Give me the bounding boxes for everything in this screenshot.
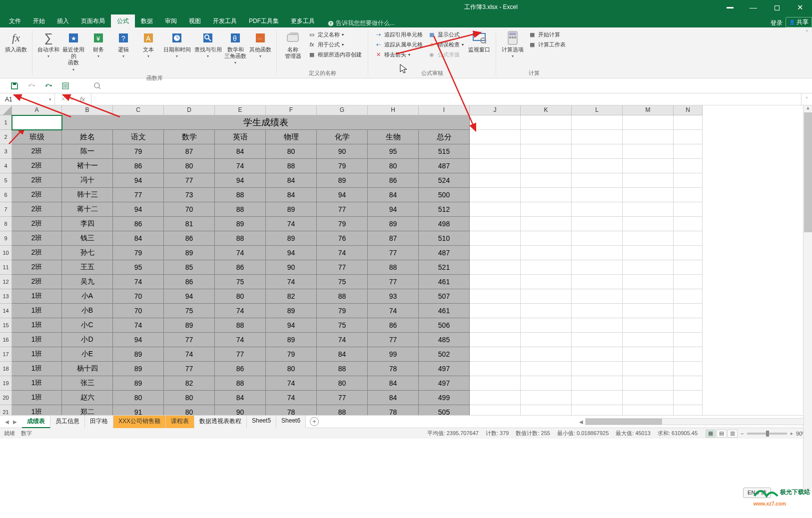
watch-window-button[interactable]: 监视窗口 bbox=[467, 29, 492, 54]
cell-blank[interactable] bbox=[470, 347, 521, 362]
cell-blank[interactable] bbox=[674, 202, 703, 217]
column-header-M[interactable]: M bbox=[623, 105, 674, 115]
minimize-button[interactable]: — bbox=[746, 3, 761, 11]
row-header-13[interactable]: 13 bbox=[0, 289, 12, 304]
cell-blank[interactable] bbox=[521, 130, 572, 144]
row-header-1[interactable]: 1 bbox=[0, 115, 12, 130]
ribbon-tab-插入[interactable]: 插入 bbox=[51, 14, 75, 27]
table-cell[interactable]: 75 bbox=[164, 304, 215, 318]
cell-blank[interactable] bbox=[674, 130, 703, 144]
table-cell[interactable]: 498 bbox=[419, 217, 470, 231]
table-cell[interactable]: 77 bbox=[368, 246, 419, 260]
ribbon-tab-开始[interactable]: 开始 bbox=[27, 14, 51, 27]
cell-blank[interactable] bbox=[623, 202, 674, 217]
table-cell[interactable]: 80 bbox=[266, 144, 317, 159]
spreadsheet-grid[interactable]: ABCDEFGHIJKLMN 1234567891011121314151617… bbox=[0, 105, 812, 415]
table-cell[interactable]: 84 bbox=[368, 391, 419, 405]
ribbon-tab-PDF工具集[interactable]: PDF工具集 bbox=[243, 14, 285, 27]
zoom-out-button[interactable]: − bbox=[741, 431, 744, 437]
cell-blank[interactable] bbox=[521, 202, 572, 217]
calc-options-button[interactable]: 计算选项▾ bbox=[500, 29, 525, 59]
table-cell[interactable]: 94 bbox=[266, 318, 317, 333]
table-cell[interactable]: 88 bbox=[317, 289, 368, 304]
table-cell[interactable]: 2班 bbox=[12, 159, 62, 173]
table-cell[interactable]: 85 bbox=[164, 260, 215, 275]
row-header-15[interactable]: 15 bbox=[0, 318, 12, 333]
table-cell[interactable]: 88 bbox=[266, 159, 317, 173]
table-header[interactable]: 物理 bbox=[266, 130, 317, 144]
ribbon-tab-公式[interactable]: 公式 bbox=[111, 14, 135, 27]
table-cell[interactable]: 1班 bbox=[12, 347, 62, 362]
table-header[interactable]: 数学 bbox=[164, 130, 215, 144]
table-cell[interactable]: 77 bbox=[113, 188, 164, 202]
table-cell[interactable]: 79 bbox=[266, 347, 317, 362]
table-cell[interactable]: 90 bbox=[317, 144, 368, 159]
cell-blank[interactable] bbox=[623, 362, 674, 376]
table-cell[interactable]: 74 bbox=[266, 217, 317, 231]
sheet-tab-成绩表[interactable]: 成绩表 bbox=[22, 415, 50, 428]
table-cell[interactable]: 497 bbox=[419, 362, 470, 376]
table-cell[interactable]: 75 bbox=[317, 275, 368, 289]
table-cell[interactable]: 84 bbox=[113, 231, 164, 246]
cell-blank[interactable] bbox=[572, 217, 623, 231]
table-cell[interactable]: 94 bbox=[317, 188, 368, 202]
table-cell[interactable]: 77 bbox=[368, 333, 419, 347]
table-cell[interactable]: 89 bbox=[266, 231, 317, 246]
ribbon-tab-视图[interactable]: 视图 bbox=[183, 14, 207, 27]
table-cell[interactable]: 506 bbox=[419, 318, 470, 333]
table-cell[interactable]: 86 bbox=[113, 217, 164, 231]
table-cell[interactable]: 74 bbox=[266, 391, 317, 405]
expand-formula-bar[interactable]: ˅ bbox=[801, 93, 812, 105]
table-cell[interactable]: 524 bbox=[419, 173, 470, 188]
table-cell[interactable]: 74 bbox=[266, 275, 317, 289]
cell-blank[interactable] bbox=[572, 173, 623, 188]
table-cell[interactable]: 1班 bbox=[12, 391, 62, 405]
cell-blank[interactable] bbox=[470, 231, 521, 246]
zoom-in-button[interactable]: + bbox=[790, 431, 793, 437]
zoom-slider[interactable] bbox=[747, 433, 787, 435]
table-cell[interactable]: 93 bbox=[368, 289, 419, 304]
table-cell[interactable]: 小C bbox=[62, 318, 113, 333]
column-header-L[interactable]: L bbox=[572, 105, 623, 115]
row-header-11[interactable]: 11 bbox=[0, 260, 12, 275]
cell-blank[interactable] bbox=[674, 188, 703, 202]
table-cell[interactable]: 吴九 bbox=[62, 275, 113, 289]
table-cell[interactable]: 94 bbox=[113, 173, 164, 188]
row-header-18[interactable]: 18 bbox=[0, 362, 12, 376]
table-cell[interactable]: 77 bbox=[164, 333, 215, 347]
table-cell[interactable]: 74 bbox=[317, 333, 368, 347]
recent-functions-button[interactable]: ★ 最近使用的 函数▾ bbox=[61, 29, 85, 73]
table-cell[interactable]: 94 bbox=[266, 246, 317, 260]
table-cell[interactable]: 507 bbox=[419, 289, 470, 304]
cell-blank[interactable] bbox=[623, 260, 674, 275]
cell-blank[interactable] bbox=[674, 260, 703, 275]
cell-blank[interactable] bbox=[521, 260, 572, 275]
calc-sheet-button[interactable]: ▦计算工作表 bbox=[526, 39, 568, 49]
table-cell[interactable]: 84 bbox=[266, 173, 317, 188]
cell-blank[interactable] bbox=[470, 130, 521, 144]
cell-blank[interactable] bbox=[572, 202, 623, 217]
table-cell[interactable]: 84 bbox=[215, 391, 266, 405]
table-cell[interactable]: 79 bbox=[317, 217, 368, 231]
cell-blank[interactable] bbox=[623, 115, 674, 130]
cell-blank[interactable] bbox=[572, 347, 623, 362]
table-cell[interactable]: 84 bbox=[266, 188, 317, 202]
cell-blank[interactable] bbox=[470, 405, 521, 415]
financial-button[interactable]: ¥ 财务▾ bbox=[86, 29, 110, 59]
table-cell[interactable]: 487 bbox=[419, 246, 470, 260]
cell-blank[interactable] bbox=[674, 376, 703, 391]
cell-blank[interactable] bbox=[521, 333, 572, 347]
sheet-tab-田字格[interactable]: 田字格 bbox=[85, 415, 113, 428]
table-cell[interactable]: 1班 bbox=[12, 289, 62, 304]
table-cell[interactable]: 94 bbox=[368, 202, 419, 217]
cell-blank[interactable] bbox=[572, 130, 623, 144]
table-cell[interactable]: 94 bbox=[113, 202, 164, 217]
table-cell[interactable]: 88 bbox=[368, 260, 419, 275]
table-cell[interactable]: 韩十三 bbox=[62, 188, 113, 202]
cell-blank[interactable] bbox=[623, 144, 674, 159]
cell-blank[interactable] bbox=[674, 159, 703, 173]
ribbon-tab-审阅[interactable]: 审阅 bbox=[159, 14, 183, 27]
cell-blank[interactable] bbox=[572, 318, 623, 333]
trace-dependents-button[interactable]: ⇠追踪从属单元格 bbox=[372, 39, 425, 49]
table-cell[interactable]: 冯十 bbox=[62, 173, 113, 188]
